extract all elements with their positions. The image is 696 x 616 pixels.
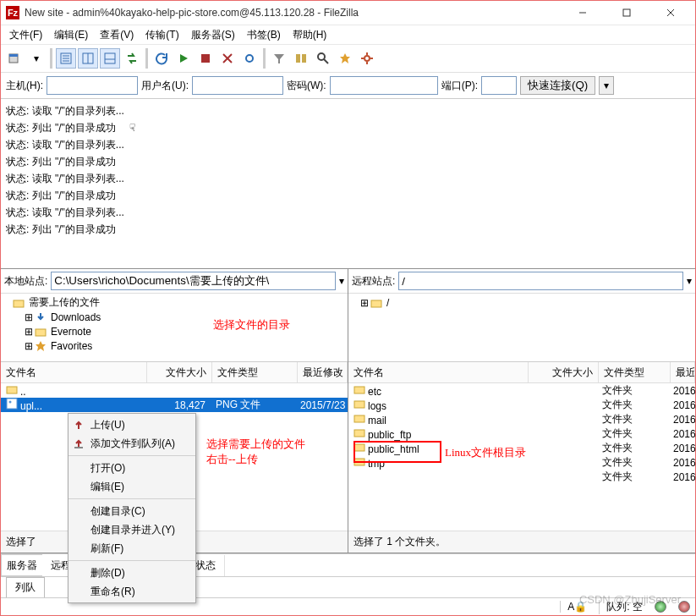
cm-mkdir-enter[interactable]: 创建目录并进入(Y) — [69, 520, 195, 539]
remote-tree[interactable]: ⊞ / — [348, 294, 695, 362]
hdr-type[interactable]: 文件类型 — [599, 362, 671, 382]
folder-icon — [353, 455, 365, 467]
tb-filter-icon[interactable] — [269, 48, 289, 69]
cell-mtime: 2016/8/28 — [668, 414, 695, 426]
list-item[interactable]: public_html文件夹2016/8/28 — [348, 441, 695, 455]
pass-label: 密码(W): — [287, 79, 326, 93]
menu-view[interactable]: 查看(V) — [95, 26, 139, 44]
tb-process-queue-icon[interactable] — [173, 48, 194, 69]
upload-arrow-icon — [72, 418, 85, 432]
cm-edit[interactable]: 编辑(E) — [69, 477, 195, 496]
tb-reconnect-icon[interactable] — [239, 48, 260, 69]
tb-dropdown-icon[interactable]: ▾ — [26, 48, 47, 69]
status-dot-green-icon — [655, 601, 666, 613]
quick-connect-history-button[interactable]: ▾ — [599, 76, 614, 95]
close-button[interactable] — [656, 3, 685, 22]
cm-delete[interactable]: 删除(D) — [69, 564, 195, 582]
tree-item[interactable]: Favorites — [51, 340, 92, 352]
menu-help[interactable]: 帮助(H) — [288, 26, 332, 44]
svg-marker-23 — [340, 53, 350, 63]
menu-file[interactable]: 文件(F) — [4, 26, 47, 44]
log-panel[interactable]: 状态: 读取 "/"的目录列表... 状态: 列出 "/"的目录成功☟ 状态: … — [1, 99, 695, 269]
list-item[interactable]: public_ftp文件夹2016/8/28 — [348, 426, 695, 441]
cell-name: mail — [368, 415, 386, 426]
hdr-name[interactable]: 文件名 — [348, 362, 529, 382]
cell-type: 文件夹 — [597, 455, 668, 470]
tb-settings-icon[interactable] — [357, 48, 377, 69]
tb-bookmark-icon[interactable] — [335, 48, 355, 69]
cm-rename[interactable]: 重命名(R) — [69, 582, 195, 601]
quick-connect-button[interactable]: 快速连接(Q) — [520, 76, 595, 95]
tb-sync-icon[interactable] — [122, 48, 142, 69]
tb-toggle-log-icon[interactable] — [56, 48, 76, 69]
local-addr-input[interactable] — [51, 272, 336, 290]
local-tree[interactable]: 需要上传的文件 ⊞ Downloads ⊞ Evernote ⊞ Favorit… — [1, 294, 348, 362]
svg-point-24 — [364, 56, 370, 61]
tb-cancel-icon[interactable] — [195, 48, 216, 69]
cm-refresh[interactable]: 刷新(F) — [69, 539, 195, 558]
folder-up-icon — [6, 383, 18, 395]
list-item-selected[interactable]: upl... 18,427 PNG 文件 2015/7/23 11:51 — [1, 398, 348, 412]
cm-add-to-queue[interactable]: 添加文件到队列(A) — [69, 434, 195, 453]
list-item[interactable]: tmp文件夹2016/8/28 — [348, 455, 695, 470]
tab-queue[interactable]: 列队 — [6, 577, 45, 598]
hdr-mtime[interactable]: 最近修改 — [671, 362, 695, 382]
local-addr-dropdown-icon[interactable]: ▾ — [339, 275, 344, 287]
svg-rect-20 — [302, 54, 306, 63]
hdr-size[interactable]: 文件大小 — [147, 362, 212, 382]
tb-compare-icon[interactable] — [291, 48, 311, 69]
tb-disconnect-icon[interactable] — [217, 48, 238, 69]
remote-addr-dropdown-icon[interactable]: ▾ — [687, 275, 692, 287]
hdr-type[interactable]: 文件类型 — [212, 362, 298, 382]
hdr-mtime[interactable]: 最近修改 — [298, 362, 348, 382]
star-icon — [35, 340, 47, 352]
pass-input[interactable] — [330, 76, 438, 95]
svg-rect-25 — [14, 300, 24, 307]
port-input[interactable] — [481, 76, 517, 95]
tb-refresh-icon[interactable] — [151, 48, 172, 69]
tb-find-icon[interactable] — [313, 48, 333, 69]
cell-name: tmp — [368, 458, 385, 470]
list-item-up[interactable]: .. — [1, 383, 348, 398]
hdr-name[interactable]: 文件名 — [1, 362, 147, 382]
cm-upload[interactable]: 上传(U) — [69, 415, 195, 434]
remote-addr-input[interactable] — [398, 272, 683, 290]
cm-open[interactable]: 打开(O) — [69, 459, 195, 477]
menu-transfer[interactable]: 传输(T) — [140, 26, 184, 44]
svg-rect-12 — [105, 53, 115, 63]
tb-site-manager-icon[interactable] — [4, 48, 25, 69]
tree-item[interactable]: / — [386, 297, 389, 309]
menu-bookmarks[interactable]: 书签(B) — [242, 26, 286, 44]
cell-size: 18,427 — [146, 399, 211, 411]
list-item[interactable]: mail文件夹2016/8/28 — [348, 412, 695, 426]
minimize-button[interactable] — [568, 3, 597, 22]
queue-server-label: 服务器 — [1, 554, 42, 576]
user-input[interactable] — [192, 76, 283, 95]
port-label: 端口(P): — [441, 79, 478, 93]
tree-item[interactable]: 需要上传的文件 — [29, 295, 100, 310]
remote-file-list[interactable]: etc文件夹2016/8/28logs文件夹2016/8/28mail文件夹20… — [348, 383, 695, 531]
log-line: 状态: 读取 "/"的目录列表... — [6, 136, 690, 153]
remote-file-header[interactable]: 文件名 文件大小 文件类型 最近修改 — [348, 362, 695, 383]
maximize-button[interactable] — [612, 3, 641, 22]
list-item[interactable]: 文件夹2016/8/28 — [348, 470, 695, 484]
menu-edit[interactable]: 编辑(E) — [49, 26, 93, 44]
tb-toggle-queue-icon[interactable] — [100, 48, 120, 69]
folder-icon — [353, 426, 365, 438]
cell-name: public_ftp — [368, 429, 411, 441]
svg-rect-1 — [623, 9, 630, 16]
folder-icon — [353, 412, 365, 424]
list-item[interactable]: logs文件夹2016/8/28 — [348, 398, 695, 412]
tb-toggle-tree-icon[interactable] — [78, 48, 98, 69]
folder-icon — [35, 326, 47, 338]
host-input[interactable] — [47, 76, 138, 95]
local-file-header[interactable]: 文件名 文件大小 文件类型 最近修改 — [1, 362, 348, 383]
hdr-size[interactable]: 文件大小 — [529, 362, 599, 382]
cm-mkdir[interactable]: 创建目录(C) — [69, 502, 195, 520]
tree-item[interactable]: Downloads — [51, 311, 101, 323]
list-item[interactable]: etc文件夹2016/8/28 — [348, 383, 695, 398]
cell-name: public_html — [368, 443, 419, 455]
host-label: 主机(H): — [6, 79, 43, 93]
tree-item[interactable]: Evernote — [51, 326, 91, 338]
menu-server[interactable]: 服务器(S) — [186, 26, 240, 44]
